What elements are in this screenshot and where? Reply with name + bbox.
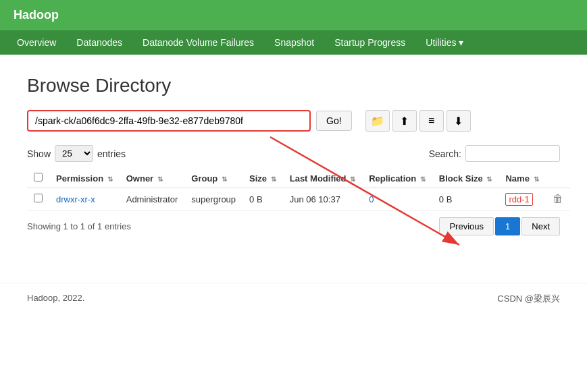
path-section: Go! 📁 ⬆ ≡ ⬇ <box>27 110 560 132</box>
main-content: Browse Directory Go! 📁 ⬆ ≡ ⬇ <box>0 55 587 256</box>
footer-right: CSDN @梁辰兴 <box>497 293 560 305</box>
folder-icon: 📁 <box>371 115 384 128</box>
sort-group-icon: ⇅ <box>222 175 227 183</box>
pagination-row: Showing 1 to 1 of 1 entries Previous 1 N… <box>27 217 560 235</box>
col-actions <box>546 169 570 188</box>
entries-select[interactable]: 10 25 50 100 <box>55 145 93 162</box>
row-replication-link[interactable]: 0 <box>369 194 374 204</box>
page-title: Browse Directory <box>27 75 560 96</box>
sort-name-icon: ⇅ <box>534 175 539 183</box>
entries-label: entries <box>97 148 126 159</box>
sort-permission-icon: ⇅ <box>107 175 113 183</box>
row-owner: Administrator <box>120 188 185 211</box>
sort-replication-icon: ⇅ <box>420 175 426 183</box>
search-label: Search: <box>429 148 461 159</box>
col-checkbox <box>27 169 49 188</box>
col-name[interactable]: Name ⇅ <box>499 169 545 188</box>
show-entries: Show 10 25 50 100 entries <box>27 145 126 162</box>
col-owner[interactable]: Owner ⇅ <box>120 169 185 188</box>
list-icon: ≡ <box>428 115 434 127</box>
app-brand: Hadoop <box>14 0 573 30</box>
pagination: Previous 1 Next <box>439 217 560 235</box>
row-replication: 0 <box>362 188 432 211</box>
row-permission-link[interactable]: drwxr-xr-x <box>56 194 95 204</box>
row-name-link[interactable]: rdd-1 <box>505 193 532 206</box>
col-group-label: Group <box>191 173 218 184</box>
nav-datanode-volume-failures[interactable]: Datanode Volume Failures <box>132 30 264 55</box>
download-icon: ⬇ <box>454 115 463 128</box>
directory-table: Permission ⇅ Owner ⇅ Group ⇅ Size ⇅ Last… <box>27 169 570 211</box>
row-permission: drwxr-xr-x <box>49 188 120 211</box>
col-last-modified-label: Last Modified <box>290 173 347 184</box>
col-last-modified[interactable]: Last Modified ⇅ <box>283 169 362 188</box>
footer-left: Hadoop, 2022. <box>27 293 84 305</box>
col-group[interactable]: Group ⇅ <box>184 169 243 188</box>
show-label: Show <box>27 148 51 159</box>
sort-size-icon: ⇅ <box>271 175 276 183</box>
search-input[interactable] <box>465 145 560 162</box>
path-bar: Go! 📁 ⬆ ≡ ⬇ <box>27 110 560 132</box>
select-all-checkbox[interactable] <box>34 173 43 181</box>
page-1-button[interactable]: 1 <box>495 217 520 235</box>
col-permission[interactable]: Permission ⇅ <box>49 169 120 188</box>
download-icon-btn[interactable]: ⬇ <box>446 110 471 132</box>
nav-links: Overview Datanodes Datanode Volume Failu… <box>0 30 587 55</box>
sort-owner-icon: ⇅ <box>157 175 163 183</box>
row-name: rdd-1 <box>499 188 545 211</box>
sort-block-size-icon: ⇅ <box>486 175 492 183</box>
icon-buttons: 📁 ⬆ ≡ ⬇ <box>365 110 471 132</box>
nav-utilities[interactable]: Utilities <box>415 30 474 55</box>
nav-snapshot[interactable]: Snapshot <box>264 30 324 55</box>
delete-icon[interactable]: 🗑 <box>553 193 563 204</box>
nav-overview[interactable]: Overview <box>7 30 66 55</box>
col-block-size[interactable]: Block Size ⇅ <box>432 169 499 188</box>
table-row: drwxr-xr-x Administrator supergroup 0 B … <box>27 188 570 211</box>
folder-icon-btn[interactable]: 📁 <box>365 110 390 132</box>
previous-button[interactable]: Previous <box>439 217 494 235</box>
col-name-label: Name <box>505 173 529 184</box>
row-checkbox-cell <box>27 188 49 211</box>
sort-last-modified-icon: ⇅ <box>350 175 355 183</box>
col-block-size-label: Block Size <box>439 173 483 184</box>
entries-info: Showing 1 to 1 of 1 entries <box>27 221 131 231</box>
nav-startup-progress[interactable]: Startup Progress <box>324 30 415 55</box>
col-permission-label: Permission <box>56 173 103 184</box>
col-owner-label: Owner <box>126 173 153 184</box>
row-size: 0 B <box>243 188 283 211</box>
footer: Hadoop, 2022. CSDN @梁辰兴 <box>0 283 587 314</box>
table-header-row: Permission ⇅ Owner ⇅ Group ⇅ Size ⇅ Last… <box>27 169 570 188</box>
search-box: Search: <box>429 145 560 162</box>
list-icon-btn[interactable]: ≡ <box>419 110 444 132</box>
nav-utilities-dropdown[interactable]: Utilities <box>415 30 474 55</box>
go-button[interactable]: Go! <box>316 111 352 131</box>
col-replication[interactable]: Replication ⇅ <box>362 169 432 188</box>
upload-icon: ⬆ <box>400 115 409 128</box>
nav-datanodes[interactable]: Datanodes <box>66 30 132 55</box>
row-checkbox[interactable] <box>34 194 43 202</box>
col-size[interactable]: Size ⇅ <box>243 169 283 188</box>
row-delete-cell: 🗑 <box>546 188 570 211</box>
next-button[interactable]: Next <box>521 217 560 235</box>
row-last-modified: Jun 06 10:37 <box>283 188 362 211</box>
col-size-label: Size <box>249 173 267 184</box>
row-block-size: 0 B <box>432 188 499 211</box>
upload-icon-btn[interactable]: ⬆ <box>392 110 417 132</box>
row-group: supergroup <box>184 188 243 211</box>
col-replication-label: Replication <box>369 173 416 184</box>
path-input[interactable] <box>27 110 311 132</box>
table-controls: Show 10 25 50 100 entries Search: <box>27 145 560 162</box>
